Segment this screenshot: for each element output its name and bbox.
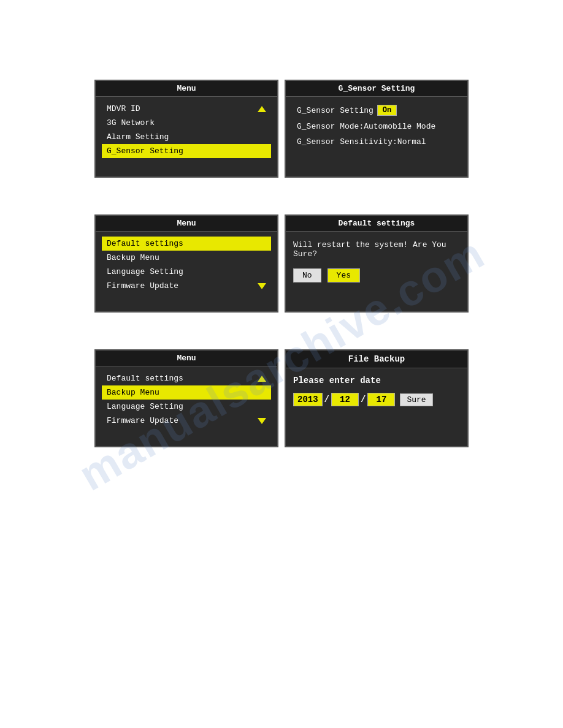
page-content: Menu MDVR ID 3G Network Alarm Setting G_… [0, 0, 563, 728]
menu-panel-2-header: Menu [96, 216, 277, 232]
row3: Menu Default settings Backup Menu Langua… [94, 349, 469, 447]
menu2-item-firmware-label: Firmware Update [107, 281, 178, 290]
menu1-arrow-down-icon [258, 148, 266, 154]
menu-panel-1-header: Menu [96, 81, 277, 97]
gsensor-mode-row: G_Sensor Mode:Automobile Mode [292, 119, 461, 134]
menu1-item-mdvr-label: MDVR ID [107, 104, 140, 113]
gsensor-on-badge[interactable]: On [377, 105, 397, 116]
date-sep1: / [324, 395, 330, 404]
menu-panel-2: Menu Default settings Backup Menu Langua… [94, 214, 278, 313]
date-sep2: / [360, 395, 366, 404]
date-day[interactable]: 17 [367, 393, 395, 406]
menu-panel-1: Menu MDVR ID 3G Network Alarm Setting G_… [94, 80, 278, 178]
default-btn-group: No Yes [293, 268, 460, 282]
row1: Menu MDVR ID 3G Network Alarm Setting G_… [94, 80, 469, 178]
menu2-item-backup-label: Backup Menu [107, 253, 159, 262]
gsensor-sensitivity-label: G_Sensor Sensitivity:Normal [297, 137, 426, 146]
menu1-item-3g-label: 3G Network [107, 118, 155, 127]
default-panel-body: Will restart the system! Are You Sure? N… [286, 232, 467, 289]
backup-panel-header: File Backup [286, 351, 467, 368]
menu-panel-3: Menu Default settings Backup Menu Langua… [94, 349, 278, 447]
date-year[interactable]: 2013 [293, 393, 323, 406]
menu3-arrow-down-icon [258, 418, 266, 424]
menu-panel-3-header: Menu [96, 351, 277, 366]
default-no-button[interactable]: No [293, 268, 321, 282]
menu-panel-2-body: Default settings Backup Menu Language Se… [96, 232, 277, 298]
menu2-item-firmware[interactable]: Firmware Update [102, 279, 271, 293]
gsensor-setting-row: G_Sensor Setting On [292, 102, 461, 119]
menu2-item-default-label: Default settings [107, 239, 183, 248]
date-month[interactable]: 12 [331, 393, 359, 406]
menu2-item-language[interactable]: Language Setting [102, 265, 271, 279]
backup-panel: File Backup Please enter date 2013 / 12 … [285, 349, 469, 447]
menu3-item-firmware-label: Firmware Update [107, 416, 178, 425]
default-panel: Default settings Will restart the system… [285, 214, 469, 313]
please-enter-text: Please enter date [293, 376, 460, 385]
row2: Menu Default settings Backup Menu Langua… [94, 214, 469, 313]
menu2-item-language-label: Language Setting [107, 267, 183, 276]
menu3-item-language-label: Language Setting [107, 402, 183, 411]
menu1-item-mdvr[interactable]: MDVR ID [102, 102, 271, 116]
gsensor-panel: G_Sensor Setting G_Sensor Setting On G_S… [285, 80, 469, 178]
default-question: Will restart the system! Are You Sure? [293, 240, 460, 259]
default-panel-header: Default settings [286, 216, 467, 232]
backup-panel-body: Please enter date 2013 / 12 / 17 Sure [286, 368, 467, 412]
gsensor-mode-label: G_Sensor Mode:Automobile Mode [297, 122, 435, 131]
menu2-item-backup[interactable]: Backup Menu [102, 251, 271, 265]
menu1-item-gsensor-label: G_Sensor Setting [107, 146, 183, 156]
menu2-item-default[interactable]: Default settings [102, 237, 271, 251]
menu3-item-backup-label: Backup Menu [107, 388, 159, 397]
menu3-item-default-label: Default settings [107, 374, 183, 383]
menu-panel-3-body: Default settings Backup Menu Language Se… [96, 366, 277, 433]
sure-button[interactable]: Sure [400, 393, 432, 406]
menu-panel-1-body: MDVR ID 3G Network Alarm Setting G_Senso… [96, 97, 277, 163]
menu1-item-alarm-label: Alarm Setting [107, 132, 169, 142]
gsensor-setting-label: G_Sensor Setting [297, 106, 373, 115]
gsensor-panel-body: G_Sensor Setting On G_Sensor Mode:Automo… [286, 97, 467, 154]
menu1-arrow-up-icon [258, 106, 266, 112]
default-yes-button[interactable]: Yes [327, 268, 360, 282]
menu3-item-firmware[interactable]: Firmware Update [102, 414, 271, 428]
menu1-item-alarm[interactable]: Alarm Setting [102, 130, 271, 144]
menu3-item-default[interactable]: Default settings [102, 371, 271, 385]
menu3-item-backup[interactable]: Backup Menu [102, 385, 271, 400]
menu3-arrow-up-icon [258, 376, 266, 382]
gsensor-sensitivity-row: G_Sensor Sensitivity:Normal [292, 134, 461, 150]
gsensor-panel-header: G_Sensor Setting [286, 81, 467, 97]
date-row: 2013 / 12 / 17 Sure [293, 393, 460, 406]
menu2-arrow-down-icon [258, 283, 266, 289]
menu2-arrow-up-icon [258, 241, 266, 247]
menu1-item-3g[interactable]: 3G Network [102, 116, 271, 130]
menu3-item-language[interactable]: Language Setting [102, 400, 271, 414]
menu1-item-gsensor[interactable]: G_Sensor Setting [102, 144, 271, 158]
